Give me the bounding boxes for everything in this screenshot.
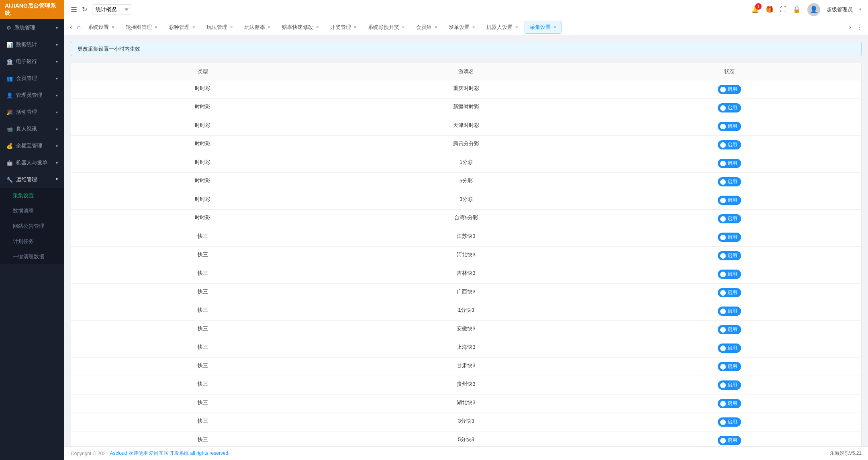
cell-status[interactable]: 启用 <box>598 247 861 265</box>
sidebar-item-yebao[interactable]: 💰 余额宝管理 ▾ <box>0 137 64 154</box>
cell-status[interactable]: 启用 <box>598 265 861 283</box>
tab-close-icon[interactable]: ✕ <box>434 25 437 29</box>
toggle-button[interactable]: 启用 <box>718 103 741 112</box>
tabs-next-button[interactable]: › <box>847 24 854 31</box>
toggle-button[interactable]: 启用 <box>718 233 741 242</box>
sidebar-item-robot[interactable]: 🤖 机器人与发单 ▾ <box>0 154 64 171</box>
tab-close-icon[interactable]: ✕ <box>316 25 319 29</box>
toggle-button[interactable]: 启用 <box>718 288 741 297</box>
sidebar-item-live[interactable]: 📹 真人视讯 ▾ <box>0 121 64 137</box>
cell-status[interactable]: 启用 <box>598 339 861 357</box>
cell-status[interactable]: 启用 <box>598 413 861 431</box>
tab-carousel[interactable]: 轮播图管理 ✕ <box>121 21 162 34</box>
cell-status[interactable]: 启用 <box>598 395 861 413</box>
cell-status[interactable]: 启用 <box>598 154 861 172</box>
tab-quick-odds[interactable]: 赔率快速修改 ✕ <box>277 21 324 34</box>
stats-select[interactable]: 统计概况 <box>92 4 132 14</box>
gift-icon[interactable]: 🎁 <box>766 6 774 13</box>
cell-status[interactable]: 启用 <box>598 302 861 320</box>
sidebar-item-system[interactable]: ⚙ 系统管理 ▾ <box>0 19 64 36</box>
sidebar-item-data-stats[interactable]: 📊 数据统计 ▾ <box>0 36 64 53</box>
sidebar-sub-item-task[interactable]: 计划任务 <box>0 234 64 249</box>
cell-status[interactable]: 启用 <box>598 210 861 228</box>
sidebar-item-activity[interactable]: 🎉 活动管理 ▾ <box>0 104 64 121</box>
tab-close-icon[interactable]: ✕ <box>111 25 114 29</box>
toggle-button[interactable]: 启用 <box>718 343 741 353</box>
footer-brand-link[interactable]: Ascloud 欢迎使用 爱尚互联 开发系统 all rights reserv… <box>110 450 230 457</box>
toggle-button[interactable]: 启用 <box>718 417 741 427</box>
sidebar-item-e-bank[interactable]: 🏦 电子银行 ▾ <box>0 53 64 70</box>
sidebar-item-ops[interactable]: 🔧 运维管理 ▴ <box>0 171 64 188</box>
tab-member-group[interactable]: 会员组 ✕ <box>411 21 442 34</box>
cell-status[interactable]: 启用 <box>598 191 861 209</box>
cell-status[interactable]: 启用 <box>598 117 861 135</box>
table-row: 快三 5分快3 启用 <box>71 431 861 446</box>
refresh-icon[interactable]: ↻ <box>82 6 87 13</box>
tabs-prev-button[interactable]: ‹ <box>67 24 74 31</box>
admin-dropdown-icon[interactable]: ▾ <box>859 7 862 12</box>
tabs-more-button[interactable]: ⋮ <box>854 23 865 31</box>
tabs-home-button[interactable]: ⌂ <box>74 24 83 31</box>
tab-prize[interactable]: 开奖管理 ✕ <box>325 21 361 34</box>
tab-close-icon[interactable]: ✕ <box>515 25 518 29</box>
sidebar-item-member[interactable]: 👥 会员管理 ▾ <box>0 70 64 87</box>
toggle-circle <box>720 419 726 425</box>
toggle-button[interactable]: 启用 <box>718 399 741 408</box>
cell-status[interactable]: 启用 <box>598 228 861 246</box>
tab-close-icon[interactable]: ✕ <box>353 25 357 29</box>
table-row: 时时彩 重庆时时彩 启用 <box>71 80 861 99</box>
fullscreen-icon[interactable]: ⛶ <box>780 6 786 13</box>
cell-status[interactable]: 启用 <box>598 376 861 394</box>
tab-close-icon[interactable]: ✕ <box>472 25 475 29</box>
toggle-button[interactable]: 启用 <box>718 362 741 371</box>
sidebar-sub-item-data-clean[interactable]: 数据清理 <box>0 203 64 219</box>
tab-close-icon[interactable]: ✕ <box>402 25 405 29</box>
toggle-button[interactable]: 启用 <box>718 251 741 260</box>
cell-status[interactable]: 启用 <box>598 99 861 117</box>
cell-name: 1分彩 <box>335 154 598 172</box>
data-stats-icon: 📊 <box>6 42 13 48</box>
toggle-button[interactable]: 启用 <box>718 380 741 390</box>
sidebar-sub-item-collect[interactable]: 采集设置 <box>0 188 64 203</box>
toggle-button[interactable]: 启用 <box>718 85 741 94</box>
tab-close-icon[interactable]: ✕ <box>553 25 556 29</box>
cell-status[interactable]: 启用 <box>598 136 861 154</box>
tab-close-icon[interactable]: ✕ <box>154 25 157 29</box>
cell-name: 台湾5分彩 <box>335 210 598 228</box>
toggle-button[interactable]: 启用 <box>718 270 741 279</box>
tab-order-settings[interactable]: 发单设置 ✕ <box>444 21 480 34</box>
lock-icon[interactable]: 🔒 <box>793 6 801 13</box>
toggle-button[interactable]: 启用 <box>718 140 741 149</box>
tab-pre-prize[interactable]: 系统彩预开奖 ✕ <box>363 21 410 34</box>
toggle-button[interactable]: 启用 <box>718 122 741 131</box>
tab-gameplay[interactable]: 玩法管理 ✕ <box>202 21 238 34</box>
tab-system[interactable]: 系统设置 ✕ <box>83 21 119 34</box>
toggle-button[interactable]: 启用 <box>718 214 741 223</box>
avatar[interactable]: 👤 <box>807 3 820 16</box>
tab-close-icon[interactable]: ✕ <box>230 25 233 29</box>
tab-odds[interactable]: 玩法赔率 ✕ <box>239 21 276 34</box>
toggle-button[interactable]: 启用 <box>718 325 741 334</box>
toggle-button[interactable]: 启用 <box>718 177 741 186</box>
notification-icon[interactable]: 🔔 1 <box>751 6 759 13</box>
tab-lottery-type[interactable]: 彩种管理 ✕ <box>164 21 200 34</box>
cell-status[interactable]: 启用 <box>598 321 861 339</box>
menu-icon[interactable]: ☰ <box>71 5 77 14</box>
cell-status[interactable]: 启用 <box>598 80 861 98</box>
admin-label[interactable]: 超级管理员 <box>827 6 853 13</box>
toggle-button[interactable]: 启用 <box>718 196 741 205</box>
sidebar-sub-item-notice[interactable]: 网站公告管理 <box>0 219 64 234</box>
cell-status[interactable]: 启用 <box>598 358 861 376</box>
tab-robot-settings[interactable]: 机器人设置 ✕ <box>482 21 523 34</box>
tab-close-icon[interactable]: ✕ <box>192 25 195 29</box>
cell-status[interactable]: 启用 <box>598 431 861 446</box>
cell-status[interactable]: 启用 <box>598 284 861 302</box>
tab-collect-settings[interactable]: 采集设置 ✕ <box>525 21 562 34</box>
toggle-button[interactable]: 启用 <box>718 436 741 445</box>
cell-status[interactable]: 启用 <box>598 173 861 191</box>
sidebar-sub-item-clear[interactable]: 一键清理数据 <box>0 249 64 264</box>
sidebar-item-admin[interactable]: 👤 管理员管理 ▾ <box>0 87 64 104</box>
toggle-button[interactable]: 启用 <box>718 159 741 168</box>
toggle-button[interactable]: 启用 <box>718 307 741 316</box>
tab-close-icon[interactable]: ✕ <box>268 25 271 29</box>
